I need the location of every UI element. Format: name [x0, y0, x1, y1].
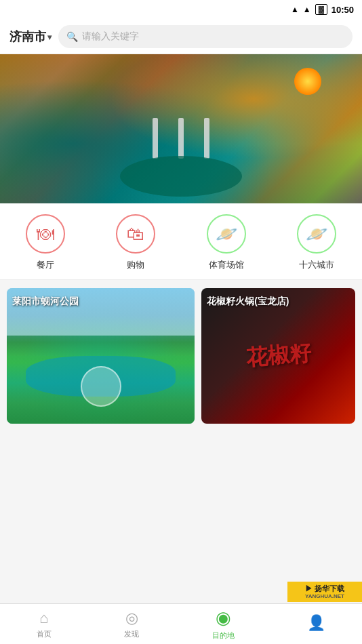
hero-pillars-decoration [153, 118, 209, 159]
restaurant-image: 花椒籽 [201, 288, 355, 424]
nav-discover-label: 发现 [124, 629, 139, 639]
category-section: 🍽 餐厅 🛍 购物 🪐 体育场馆 🪐 十六城市 [0, 203, 362, 280]
watermark-logo: ▶ 扬华下载 [305, 584, 344, 593]
nav-destination[interactable]: ◉ 目的地 [212, 605, 235, 643]
category-restaurant-label: 餐厅 [37, 259, 54, 271]
cities-icon-circle: 🪐 [297, 214, 336, 254]
restaurant-icon-circle: 🍽 [26, 214, 65, 254]
category-restaurant[interactable]: 🍽 餐厅 [26, 214, 65, 271]
chevron-down-icon: ▾ [47, 33, 52, 42]
cards-section: 莱阳市蚬河公园 花椒籽 花椒籽火锅(宝龙店) [0, 280, 362, 424]
card-park[interactable]: 莱阳市蚬河公园 [7, 288, 195, 424]
hero-sun-decoration [294, 68, 321, 95]
category-shopping-label: 购物 [127, 259, 144, 271]
nav-discover[interactable]: ◎ 发现 [124, 607, 139, 642]
search-bar[interactable]: 🔍 请输入关键字 [58, 25, 353, 48]
shopping-icon-circle: 🛍 [116, 214, 155, 254]
category-stadium-label: 体育场馆 [209, 259, 244, 271]
city-selector[interactable]: 济南市 ▾ [9, 28, 52, 45]
battery-icon: ▓ [315, 4, 327, 15]
watermark: ▶ 扬华下载 YANGHUA.NET [287, 582, 362, 602]
restaurant-card-art: 花椒籽 [245, 338, 312, 374]
wifi-icon: ▲ [291, 5, 299, 14]
category-cities-label: 十六城市 [299, 259, 334, 271]
watermark-url: YANGHUA.NET [305, 593, 344, 600]
card-park-title: 莱阳市蚬河公园 [7, 295, 195, 308]
bottom-nav: ⌂ 首页 ◎ 发现 ◉ 目的地 👤 [0, 603, 362, 644]
home-icon: ⌂ [39, 609, 48, 627]
nav-home[interactable]: ⌂ 首页 [37, 607, 52, 642]
nav-profile[interactable]: 👤 [307, 611, 325, 637]
category-stadium[interactable]: 🪐 体育场馆 [207, 214, 246, 271]
signal-icon: ▲ [303, 5, 311, 14]
hero-banner[interactable] [0, 54, 362, 203]
card-restaurant[interactable]: 花椒籽 花椒籽火锅(宝龙店) [201, 288, 355, 424]
stadium-icon-circle: 🪐 [207, 214, 246, 254]
nav-home-label: 首页 [37, 629, 52, 639]
status-bar: ▲ ▲ ▓ 10:50 [0, 0, 362, 19]
status-time: 10:50 [331, 5, 354, 15]
park-image [7, 288, 195, 424]
category-shopping[interactable]: 🛍 购物 [116, 214, 155, 271]
city-name: 济南市 [9, 28, 46, 45]
category-cities[interactable]: 🪐 十六城市 [297, 214, 336, 271]
status-icons: ▲ ▲ ▓ [291, 4, 327, 15]
search-icon: 🔍 [66, 31, 78, 42]
search-placeholder: 请输入关键字 [82, 31, 139, 43]
profile-icon: 👤 [307, 614, 325, 632]
hero-image [0, 54, 362, 203]
header: 济南市 ▾ 🔍 请输入关键字 [0, 19, 362, 54]
nav-destination-label: 目的地 [212, 630, 235, 641]
hero-pool-decoration [120, 156, 242, 197]
destination-icon: ◉ [216, 607, 231, 628]
discover-icon: ◎ [125, 609, 138, 627]
card-restaurant-title: 花椒籽火锅(宝龙店) [201, 295, 355, 308]
